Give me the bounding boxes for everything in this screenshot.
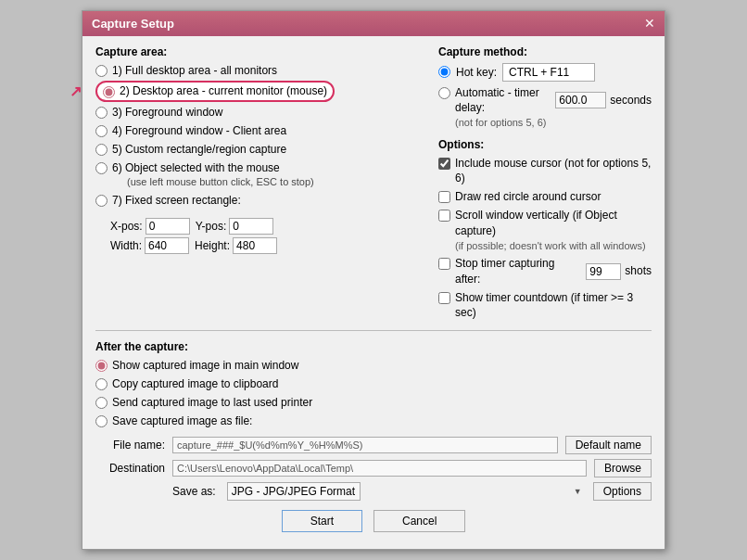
arrow-indicator: ↗ (70, 82, 82, 102)
destination-label: Destination (95, 462, 165, 475)
capture-option-6[interactable]: 6) Object selected with the mouse (use l… (95, 160, 424, 190)
hotkey-row: Hot key: (438, 63, 652, 82)
options-button[interactable]: Options (593, 482, 652, 501)
width-input[interactable] (145, 237, 189, 254)
destination-input[interactable] (172, 460, 587, 477)
capture-radio-2[interactable] (103, 86, 115, 98)
capture-option-3[interactable]: 3) Foreground window (95, 105, 424, 121)
capture-option-4[interactable]: 4) Foreground window - Client area (95, 123, 424, 139)
after-option-1[interactable]: Show captured image in main window (95, 358, 652, 374)
close-button[interactable]: ✕ (644, 17, 655, 30)
shots-label: shots (625, 263, 652, 279)
shots-input[interactable] (586, 263, 621, 280)
circle-checkbox[interactable] (438, 191, 450, 203)
auto-label: Automatic - timer delay: (455, 85, 551, 117)
auto-row: Automatic - timer delay: seconds (not fo… (438, 85, 652, 131)
auto-note: (not for options 5, 6) (455, 116, 652, 130)
save-as-select[interactable]: JPG - JPG/JPEG Format (227, 482, 361, 501)
option-cursor[interactable]: Include mouse cursor (not for options 5,… (438, 156, 652, 187)
after-capture-label: After the capture: (95, 340, 652, 353)
scroll-checkbox[interactable] (438, 210, 450, 222)
ypos-input[interactable] (229, 218, 273, 235)
option-countdown[interactable]: Show timer countdown (if timer >= 3 sec) (438, 290, 652, 322)
file-section: File name: Default name Destination Brow… (95, 436, 652, 501)
capture-option-7[interactable]: 7) Fixed screen rectangle: (95, 193, 424, 209)
capture-radio-3[interactable] (95, 107, 108, 119)
default-name-button[interactable]: Default name (565, 436, 652, 454)
auto-value-input[interactable] (555, 92, 606, 108)
file-name-label: File name: (95, 439, 165, 452)
width-label: Width: (110, 239, 142, 252)
browse-button[interactable]: Browse (594, 459, 652, 477)
pos-row-1: X-pos: Y-pos: (110, 218, 424, 235)
capture-radio-5[interactable] (95, 144, 108, 156)
pos-row-2: Width: Height: (110, 237, 424, 254)
destination-row: Destination Browse (95, 459, 652, 477)
right-column: Capture method: Hot key: Automatic - tim… (438, 45, 652, 322)
after-radio-1[interactable] (95, 360, 108, 372)
after-radio-2[interactable] (95, 378, 108, 390)
height-input[interactable] (233, 237, 277, 254)
file-name-row: File name: Default name (95, 436, 652, 454)
capture-setup-dialog: Capture Setup ✕ Capture area: 1) Full de… (82, 10, 665, 551)
height-label: Height: (195, 239, 230, 252)
capture-option-5[interactable]: 5) Custom rectangle/region capture (95, 142, 424, 158)
auto-row-line: Automatic - timer delay: seconds (455, 85, 652, 117)
option-scroll[interactable]: Scroll window vertically (if Object capt… (438, 208, 652, 253)
auto-row-inner: Automatic - timer delay: seconds (not fo… (455, 85, 652, 131)
xpos-input[interactable] (146, 218, 190, 235)
xpos-group: X-pos: (110, 218, 190, 235)
file-name-input[interactable] (172, 437, 558, 453)
options-section: Options: Include mouse cursor (not for o… (438, 138, 652, 322)
dialog-title: Capture Setup (92, 17, 174, 31)
timer-stop-checkbox[interactable] (438, 258, 450, 270)
hotkey-radio[interactable] (438, 66, 450, 78)
fixed-rect-section: X-pos: Y-pos: Width: (95, 215, 424, 254)
options-label: Options: (438, 138, 652, 151)
countdown-checkbox[interactable] (438, 292, 450, 304)
cursor-checkbox[interactable] (438, 158, 450, 170)
xpos-label: X-pos: (110, 220, 143, 233)
highlighted-option-2: 2) Desktop area - current monitor (mouse… (95, 81, 335, 102)
hotkey-input[interactable] (502, 63, 595, 82)
capture-radio-7[interactable] (95, 195, 108, 207)
bottom-buttons: Start Cancel (95, 501, 652, 540)
after-capture-options: Show captured image in main window Copy … (95, 358, 652, 428)
after-option-4[interactable]: Save captured image as file: (95, 414, 652, 429)
option-circle[interactable]: Draw red circle around cursor (438, 189, 652, 205)
save-as-wrapper: JPG - JPG/JPEG Format (227, 482, 586, 501)
divider (95, 330, 652, 331)
left-column: Capture area: 1) Full desktop area - all… (95, 45, 424, 322)
scroll-note: (if possible; doesn't work with all wind… (455, 239, 652, 253)
height-group: Height: (195, 237, 277, 254)
start-button[interactable]: Start (282, 510, 362, 532)
ypos-label: Y-pos: (196, 220, 227, 233)
cancel-button[interactable]: Cancel (374, 510, 465, 532)
capture-area-options: 1) Full desktop area - all monitors ↗ 2)… (95, 63, 424, 254)
capture-radio-1[interactable] (95, 65, 108, 77)
after-option-2[interactable]: Copy captured image to clipboard (95, 376, 652, 392)
hotkey-label: Hot key: (456, 66, 497, 79)
capture-area-label: Capture area: (95, 45, 424, 58)
capture-radio-4[interactable] (95, 125, 108, 137)
after-option-3[interactable]: Send captured image to last used printer (95, 395, 652, 411)
ypos-group: Y-pos: (196, 218, 274, 235)
auto-unit: seconds (610, 93, 652, 108)
after-capture-section: After the capture: Show captured image i… (95, 340, 652, 501)
hotkey-section: Hot key: Automatic - timer delay: second… (438, 63, 652, 131)
option-timer-stop[interactable]: Stop timer capturing after: shots (438, 256, 652, 287)
save-as-row: Save as: JPG - JPG/JPEG Format Options (172, 482, 652, 501)
save-as-label: Save as: (172, 485, 216, 498)
width-group: Width: (110, 237, 189, 254)
after-radio-3[interactable] (95, 397, 108, 409)
after-radio-4[interactable] (95, 415, 108, 427)
options-checkboxes: Include mouse cursor (not for options 5,… (438, 156, 652, 322)
capture-method-label: Capture method: (438, 45, 652, 58)
capture-option-2[interactable]: ↗ 2) Desktop area - current monitor (mou… (95, 81, 424, 102)
auto-radio[interactable] (438, 87, 450, 99)
title-bar: Capture Setup ✕ (82, 11, 665, 36)
capture-option-1[interactable]: 1) Full desktop area - all monitors (95, 63, 424, 79)
capture-radio-6[interactable] (95, 162, 108, 174)
